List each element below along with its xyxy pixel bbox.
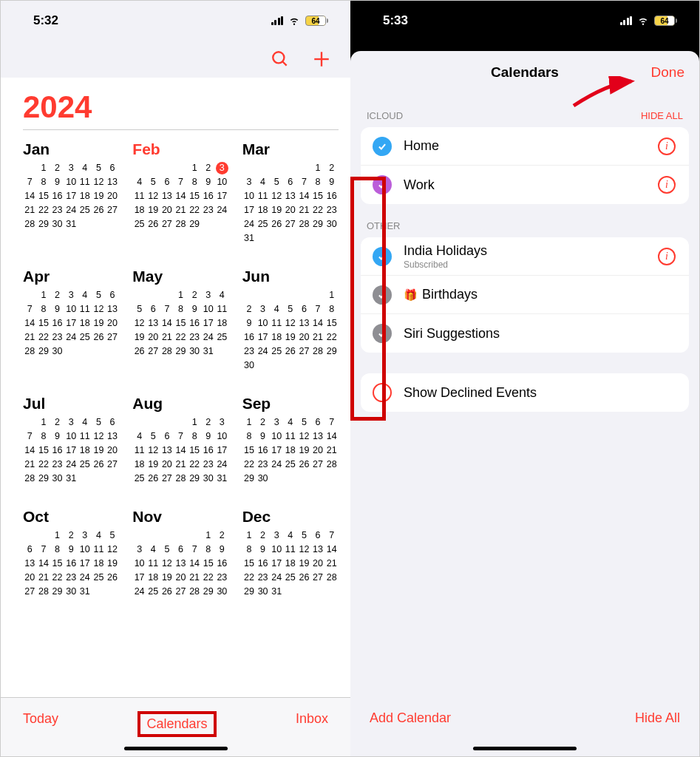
svg-point-0 [273, 52, 284, 63]
month-label: Nov [132, 508, 228, 526]
days-grid: 0000123456789101112131415161718192021222… [132, 161, 228, 231]
sheet-header: Calendars Done [350, 51, 699, 94]
status-bar: 5:33 64 [350, 1, 699, 41]
row-sublabel: Subscribed [404, 259, 646, 270]
status-bar: 5:32 64 [1, 1, 350, 41]
month-label: Sep [242, 395, 339, 413]
section-header-other: OTHER [350, 204, 699, 237]
days-grid: 0000012345678910111213141516171819202122… [132, 529, 228, 599]
month-jun[interactable]: Jun0000001234567891011121314151617181920… [242, 268, 339, 373]
list-icloud: HomeiWorki [361, 127, 689, 204]
month-label: Aug [132, 395, 228, 413]
row-text: Work [404, 177, 646, 193]
list-declined: Show Declined Events [361, 373, 689, 412]
wifi-icon [288, 16, 301, 26]
info-icon[interactable]: i [658, 248, 676, 265]
month-label: Oct [23, 508, 119, 526]
section-header-icloud: ICLOUD HIDE ALL [350, 94, 699, 127]
row-label: India Holidays [404, 243, 646, 259]
add-icon[interactable] [312, 50, 331, 69]
row-text: Siri Suggestions [404, 326, 676, 342]
status-time: 5:32 [33, 13, 58, 28]
toolbar [1, 41, 350, 78]
tab-calendars[interactable]: Calendars [137, 711, 216, 737]
battery-icon: 64 [305, 16, 328, 26]
days-grid: 0123456789101112131415161718192021222324… [23, 288, 119, 359]
month-label: Apr [23, 268, 119, 285]
sheet-title: Calendars [491, 64, 559, 81]
month-label: May [132, 268, 228, 285]
days-grid: 0000001234567891011121314151617181920212… [242, 288, 339, 373]
gift-icon: 🎁 [404, 288, 418, 301]
month-may[interactable]: May0001234567891011121314151617181920212… [132, 268, 228, 373]
month-apr[interactable]: Apr0123456789101112131415161718192021222… [23, 268, 119, 373]
month-label: Jan [23, 140, 119, 158]
wifi-icon [636, 16, 650, 26]
month-nov[interactable]: Nov0000012345678910111213141516171819202… [132, 508, 228, 599]
month-label: Feb [132, 140, 228, 158]
month-label: Jun [242, 268, 339, 285]
info-icon[interactable]: i [658, 138, 676, 155]
month-label: Mar [242, 140, 339, 158]
status-time: 5:33 [383, 13, 408, 28]
annotation-highlight [350, 177, 386, 421]
status-icons: 64 [271, 16, 329, 26]
month-jan[interactable]: Jan0123456789101112131415161718192021222… [23, 140, 119, 245]
calendar-row[interactable]: Siri Suggestions [361, 314, 689, 353]
calendars-sheet: Calendars Done ICLOUD HIDE ALL HomeiWork… [350, 51, 699, 756]
signal-icon [620, 16, 633, 25]
month-label: Dec [242, 508, 339, 526]
battery-icon: 64 [654, 16, 677, 26]
month-oct[interactable]: Oct0012345678910111213141516171819202122… [23, 508, 119, 599]
check-icon[interactable] [373, 137, 392, 156]
section-label: ICLOUD [367, 110, 403, 121]
month-aug[interactable]: Aug0000123456789101112131415161718192021… [132, 395, 228, 486]
month-label: Jul [23, 395, 119, 413]
days-grid: 0001234567891011121314151617181920212223… [132, 288, 228, 359]
year-label: 2024 [23, 89, 339, 125]
row-label: Siri Suggestions [404, 326, 676, 342]
done-button[interactable]: Done [651, 64, 684, 81]
search-icon[interactable] [271, 50, 290, 69]
signal-icon [271, 16, 284, 25]
row-label: Show Declined Events [404, 385, 676, 401]
days-grid: 1234567891011121314151617181920212223242… [242, 415, 339, 486]
add-calendar-button[interactable]: Add Calendar [370, 710, 451, 726]
svg-line-1 [282, 61, 286, 65]
row-label: Home [404, 138, 646, 154]
month-mar[interactable]: Mar0000012345678910111213141516171819202… [242, 140, 339, 245]
row-text: India HolidaysSubscribed [404, 243, 646, 270]
tab-today[interactable]: Today [23, 711, 58, 727]
info-icon[interactable]: i [658, 176, 676, 194]
phone-left: 5:32 64 2024 Jan012345678910111213141516… [1, 1, 350, 756]
row-label: 🎁Birthdays [404, 287, 676, 302]
row-label: Work [404, 177, 646, 193]
hide-all-button[interactable]: Hide All [635, 710, 680, 726]
months-grid[interactable]: Jan0123456789101112131415161718192021222… [23, 140, 339, 599]
calendar-row[interactable]: Worki [361, 166, 689, 204]
days-grid: 0000012345678910111213141516171819202122… [242, 161, 339, 245]
phone-right: 5:33 64 Calendars Done ICLOUD HIDE ALL H… [350, 1, 699, 756]
month-jul[interactable]: Jul0123456789101112131415161718192021222… [23, 395, 119, 486]
row-text: Home [404, 138, 646, 154]
calendar-row[interactable]: India HolidaysSubscribedi [361, 237, 689, 276]
days-grid: 1234567891011121314151617181920212223242… [242, 529, 339, 599]
calendar-row[interactable]: 🎁Birthdays [361, 276, 689, 314]
days-grid: 0000123456789101112131415161718192021222… [132, 415, 228, 486]
year-view: 2024 Jan01234567891011121314151617181920… [1, 78, 350, 697]
divider [23, 129, 339, 130]
month-sep[interactable]: Sep1234567891011121314151617181920212223… [242, 395, 339, 486]
home-indicator[interactable] [124, 747, 228, 750]
hide-all-link[interactable]: HIDE ALL [641, 110, 683, 121]
home-indicator[interactable] [473, 747, 577, 750]
row-text: 🎁Birthdays [404, 287, 676, 302]
calendar-row[interactable]: Homei [361, 127, 689, 166]
days-grid: 0123456789101112131415161718192021222324… [23, 161, 119, 231]
days-grid: 0012345678910111213141516171819202122232… [23, 529, 119, 599]
tab-inbox[interactable]: Inbox [296, 711, 328, 727]
row-declined[interactable]: Show Declined Events [361, 373, 689, 412]
status-icons: 64 [620, 16, 678, 26]
month-feb[interactable]: Feb0000123456789101112131415161718192021… [132, 140, 228, 245]
days-grid: 0123456789101112131415161718192021222324… [23, 415, 119, 486]
month-dec[interactable]: Dec1234567891011121314151617181920212223… [242, 508, 339, 599]
